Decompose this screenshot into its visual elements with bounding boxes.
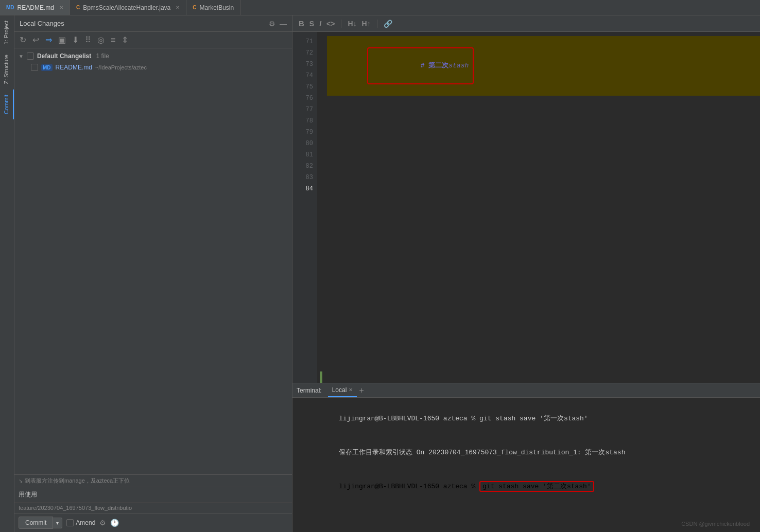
terminal-output: lijingran@B-LBBHLVDL-1650 azteca % git s… [292, 398, 760, 532]
h-decrease-tool[interactable]: H↓ [348, 20, 356, 28]
expand-btn[interactable]: ⇕ [120, 34, 129, 46]
commit-actions: Commit ▾ Amend ⚙ 🕐 [14, 513, 292, 532]
history-clock-icon[interactable]: 🕐 [110, 519, 119, 527]
terminal-section: Terminal: Local ✕ + lijingran@B-LBBHLVDL… [292, 383, 760, 532]
line-num-73: 73 [292, 59, 317, 70]
diff-btn[interactable]: ▣ [57, 34, 67, 46]
collapse-arrow: ▼ [19, 54, 24, 59]
c-icon-market: C [193, 5, 196, 10]
italic-tool[interactable]: I [319, 20, 321, 28]
tab-bpms-close[interactable]: ✕ [176, 5, 180, 10]
line-num-72: 72 [292, 47, 317, 59]
terminal-label: Terminal: [297, 387, 328, 394]
line-num-74: 74 [292, 70, 317, 81]
editor-panel: B S I <> H↓ H↑ 🔗 71 72 73 74 75 76 77 78… [292, 15, 760, 532]
editor-toolbar: B S I <> H↓ H↑ 🔗 [292, 15, 760, 32]
sort-btn[interactable]: ≡ [110, 34, 116, 46]
terminal-add-tab[interactable]: + [357, 386, 366, 395]
line-num-81: 81 [292, 149, 317, 161]
tab-market-label: MarketBusin [199, 4, 234, 11]
refresh-btn[interactable]: ↻ [19, 34, 27, 46]
line-num-83: 83 [292, 172, 317, 183]
line-num-80: 80 [292, 138, 317, 149]
amend-label: Amend [76, 519, 95, 526]
tab-bar: MD README.md ✕ C BpmsScaleAllocateHandle… [0, 0, 760, 15]
group-btn[interactable]: ⠿ [84, 34, 92, 46]
tab-market[interactable]: C MarketBusin [186, 0, 240, 15]
line-num-82: 82 [292, 161, 317, 172]
list-item[interactable]: MD README.md ~/IdeaProjects/aztec [14, 62, 292, 73]
code-area[interactable]: # 第二次stash [323, 32, 760, 383]
highlight-box: # 第二次stash [367, 47, 474, 84]
c-icon-bpms: C [76, 5, 80, 10]
panel-header: Local Changes ⚙ — [14, 15, 292, 32]
main-area: 1: Project Z: Structure Commit Local Cha… [0, 15, 760, 532]
commit-msg-truncated-text: 到表服方注传到manage，及azteca正下位 [25, 477, 130, 485]
sidebar-item-project[interactable]: 1: Project [0, 15, 14, 49]
branch-bar: feature/20230704_16975073_flow_distribut… [14, 502, 292, 513]
changelist-checkbox[interactable] [27, 52, 34, 60]
arrow-icon: ↘ [19, 478, 23, 484]
toolbar: ↻ ↩ ⇒ ▣ ⬇ ⠿ ◎ ≡ ⇕ [14, 32, 292, 48]
minimize-icon[interactable]: — [280, 20, 287, 28]
terminal-tab-local[interactable]: Local ✕ [328, 383, 357, 397]
move-btn[interactable]: ⇒ [44, 34, 53, 46]
line-numbers: 71 72 73 74 75 76 77 78 79 80 81 82 83 8… [292, 32, 317, 383]
view-btn[interactable]: ◎ [96, 34, 106, 46]
terminal-line-1: lijingran@B-LBBHLVDL-1650 azteca % git s… [299, 402, 754, 436]
terminal-line-2: 保存工作目录和索引状态 On 20230704_16975073_flow_di… [299, 436, 754, 470]
line-num-78: 78 [292, 115, 317, 127]
line-num-75: 75 [292, 81, 317, 93]
code-line-84: # 第二次stash [327, 36, 760, 96]
terminal-tab-local-label: Local [332, 386, 347, 394]
panel-title: Local Changes [20, 20, 64, 27]
green-marker [320, 371, 322, 383]
line-num-79: 79 [292, 127, 317, 138]
h-increase-tool[interactable]: H↑ [362, 20, 371, 28]
amend-box[interactable] [66, 519, 74, 526]
file-checkbox[interactable] [31, 64, 38, 71]
terminal-tab-local-close[interactable]: ✕ [349, 387, 353, 393]
line-num-84: 84 [292, 183, 317, 194]
file-path: ~/IdeaProjects/aztec [95, 64, 147, 70]
line-num-76: 76 [292, 93, 317, 104]
changelist-label: Default Changelist 1 file [37, 52, 109, 60]
sidebar-item-structure[interactable]: Z: Structure [0, 49, 14, 89]
file-tree: ▼ Default Changelist 1 file MD README.md… [14, 48, 292, 474]
tab-readme-label: README.md [18, 4, 54, 11]
sidebar-item-commit[interactable]: Commit [0, 90, 14, 119]
options-gear-icon[interactable]: ⚙ [99, 519, 106, 527]
tab-readme-close[interactable]: ✕ [59, 5, 63, 10]
tab-bpms-label: BpmsScaleAllocateHandler.java [83, 4, 170, 11]
toolbar-sep2 [377, 20, 377, 28]
commit-dropdown[interactable]: ▾ [53, 518, 62, 528]
revert-btn[interactable]: ↩ [31, 34, 40, 46]
editor-content: 71 72 73 74 75 76 77 78 79 80 81 82 83 8… [292, 32, 760, 383]
amend-checkbox[interactable]: Amend [66, 519, 95, 526]
commit-msg-truncated: ↘ 到表服方注传到manage，及azteca正下位 [14, 475, 292, 487]
commit-button[interactable]: Commit [19, 517, 53, 529]
tab-bpms[interactable]: C BpmsScaleAllocateHandler.java ✕ [70, 0, 186, 15]
code-tool[interactable]: <> [326, 20, 335, 28]
panel-header-icons: ⚙ — [269, 20, 287, 28]
strikethrough-tool[interactable]: S [309, 20, 314, 28]
line-num-71: 71 [292, 36, 317, 47]
settings-icon[interactable]: ⚙ [269, 20, 275, 28]
file-name: README.md [56, 64, 92, 71]
side-labels: 1: Project Z: Structure Commit [0, 15, 14, 532]
download-btn[interactable]: ⬇ [71, 34, 80, 46]
watermark: CSDN @givmchickenblood [681, 521, 750, 527]
md-file-icon: MD [41, 64, 53, 71]
bold-tool[interactable]: B [299, 19, 304, 28]
commit-msg-text[interactable]: 用使用 [14, 487, 292, 502]
terminal-tabs: Terminal: Local ✕ + [292, 383, 760, 398]
line-num-77: 77 [292, 104, 317, 115]
left-panel: Local Changes ⚙ — ↻ ↩ ⇒ ▣ ⬇ ⠿ ◎ ≡ ⇕ ▼ De… [14, 15, 292, 532]
commit-button-group: Commit ▾ [19, 517, 62, 529]
changelist-header[interactable]: ▼ Default Changelist 1 file [14, 50, 292, 62]
md-icon: MD [6, 5, 14, 10]
terminal-line-3: lijingran@B-LBBHLVDL-1650 azteca % git s… [299, 470, 754, 504]
tab-readme[interactable]: MD README.md ✕ [0, 0, 70, 15]
link-tool[interactable]: 🔗 [384, 20, 392, 28]
toolbar-sep1 [341, 20, 341, 28]
